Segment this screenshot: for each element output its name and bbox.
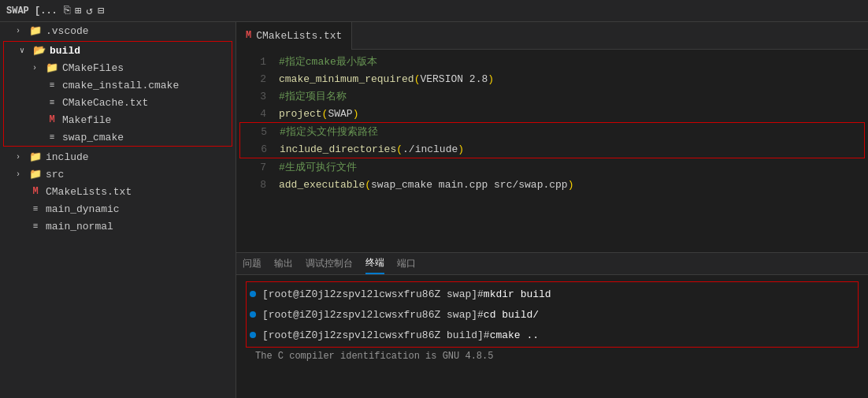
chevron-icon: › (16, 27, 28, 35)
sidebar-item-label: .vscode (46, 25, 89, 37)
sidebar-item-cmakefiles[interactable]: › 📁 CMakeFiles (4, 59, 232, 76)
code-token: ( (396, 143, 402, 155)
file-lines-icon: ≡ (28, 204, 43, 214)
sidebar-item-build[interactable]: ∨ 📂 build (4, 42, 232, 59)
sidebar-item-swap-cmake[interactable]: ≡ swap_cmake (4, 128, 232, 146)
tab-label: CMakeLists.txt (256, 30, 342, 42)
code-line-5: 5 #指定头文件搜索路径 (240, 123, 864, 140)
terminal-content: [root@iZ0jl2zspvl2lcwsxfru86Z swap]# mkd… (236, 275, 868, 398)
file-lines-icon: ≡ (45, 80, 59, 90)
sidebar-item-label: swap_cmake (62, 132, 124, 143)
editor-highlight-box: 5 #指定头文件搜索路径 6 include_directories(./inc… (239, 122, 865, 158)
sidebar-item-label: CMakeCache.txt (62, 97, 148, 109)
folder-open-icon: 📂 (32, 44, 46, 57)
code-content: project(SWAP) (279, 108, 862, 120)
code-token: VERSION 2.8 (420, 73, 488, 85)
line-number: 6 (243, 143, 267, 155)
terminal-prompt: [root@iZ0jl2zspvl2lcwsxfru86Z swap]# (262, 309, 484, 321)
code-token: ) (458, 143, 464, 155)
tab-problems[interactable]: 问题 (243, 254, 262, 273)
code-content: cmake_minimum_required(VERSION 2.8) (279, 73, 862, 85)
code-token: ) (353, 108, 359, 120)
terminal-command: mkdir build (484, 288, 551, 300)
new-file-icon[interactable]: ⎘ (64, 4, 70, 17)
code-editor[interactable]: 1 #指定cmake最小版本 2 cmake_minimum_required(… (236, 50, 868, 252)
build-section-box: ∨ 📂 build › 📁 CMakeFiles ≡ cmake_install… (3, 41, 232, 147)
sidebar-item-label: build (50, 45, 80, 57)
code-content: #生成可执行文件 (279, 160, 862, 174)
sidebar-item-cmakecache[interactable]: ≡ CMakeCache.txt (4, 94, 232, 111)
terminal-prompt: [root@iZ0jl2zspvl2lcwsxfru86Z build]# (262, 329, 490, 341)
code-content: add_executable(swap_cmake main.cpp src/s… (279, 179, 862, 191)
terminal-line-1: [root@iZ0jl2zspvl2lcwsxfru86Z swap]# mkd… (250, 284, 855, 304)
collapse-icon[interactable]: ⊟ (98, 4, 104, 17)
cmakelists-icon: M (28, 186, 43, 197)
sidebar-item-vscode[interactable]: › 📁 .vscode (0, 22, 236, 39)
editor-tab-cmakelists[interactable]: M CMakeLists.txt (236, 22, 352, 50)
code-content: #指定项目名称 (279, 89, 862, 103)
line-number: 5 (243, 126, 267, 138)
code-line-4: 4 project(SWAP) (236, 105, 868, 122)
terminal-line-3: [root@iZ0jl2zspvl2lcwsxfru86Z build]# cm… (250, 325, 855, 345)
line-number: 4 (243, 108, 266, 120)
chevron-icon: › (16, 153, 28, 162)
code-content: #指定cmake最小版本 (279, 54, 862, 69)
code-token: ./include (402, 143, 458, 155)
title-bar-icons: ⎘ ⊞ ↺ ⊟ (64, 4, 104, 17)
project-title: SWAP [... (6, 6, 57, 17)
terminal-highlight-box: [root@iZ0jl2zspvl2lcwsxfru86Z swap]# mkd… (246, 281, 859, 348)
terminal-command: cmake .. (490, 329, 539, 341)
terminal-panel: 问题 输出 调试控制台 终端 端口 [root@iZ0jl2zspvl2lcws… (236, 252, 868, 398)
code-token: swap_cmake main.cpp src/swap.cpp (371, 179, 568, 191)
line-number: 7 (243, 162, 266, 173)
file-lines-icon: ≡ (45, 98, 59, 107)
code-line-3: 3 #指定项目名称 (236, 87, 868, 105)
tab-terminal[interactable]: 终端 (365, 253, 384, 274)
code-line-6: 6 include_directories(./include) (240, 140, 864, 158)
code-token: project (279, 108, 322, 120)
terminal-dot-icon (250, 311, 256, 318)
tab-bar: M CMakeLists.txt (236, 22, 868, 50)
chevron-icon: › (32, 64, 45, 73)
sidebar-item-main-dynamic[interactable]: ≡ main_dynamic (0, 200, 236, 218)
sidebar-item-main-normal[interactable]: ≡ main_normal (0, 218, 236, 235)
sidebar-item-label: include (46, 151, 89, 163)
terminal-command: cd build/ (484, 309, 539, 321)
code-line-2: 2 cmake_minimum_required(VERSION 2.8) (236, 70, 868, 87)
sidebar-item-src[interactable]: › 📁 src (0, 166, 236, 183)
sidebar-item-label: CMakeLists.txt (46, 186, 132, 198)
code-line-1: 1 #指定cmake最小版本 (236, 53, 868, 70)
file-lines-icon: ≡ (28, 221, 43, 231)
sidebar-item-cmake-install[interactable]: ≡ cmake_install.cmake (4, 76, 232, 94)
sidebar-item-label: CMakeFiles (62, 62, 124, 74)
line-number: 3 (243, 91, 266, 102)
code-token: include_directories (280, 143, 396, 155)
tab-debug-console[interactable]: 调试控制台 (306, 254, 353, 273)
new-folder-icon[interactable]: ⊞ (75, 4, 81, 17)
sidebar-item-label: Makefile (62, 114, 111, 126)
line-number: 2 (243, 73, 266, 85)
code-token: ( (365, 179, 371, 191)
folder-icon: 📁 (28, 168, 43, 180)
code-line-8: 8 add_executable(swap_cmake main.cpp src… (236, 176, 868, 193)
sidebar-item-label: cmake_install.cmake (62, 80, 179, 91)
terminal-output-more: The C compiler identification is GNU 4.8… (246, 349, 859, 363)
code-content: include_directories(./include) (280, 143, 861, 155)
makefile-icon: M (45, 114, 59, 125)
title-bar: SWAP [... ⎘ ⊞ ↺ ⊟ (0, 0, 868, 22)
tab-output[interactable]: 输出 (274, 254, 293, 273)
tab-ports[interactable]: 端口 (397, 254, 416, 273)
chevron-icon: › (16, 170, 28, 179)
folder-icon: 📁 (28, 24, 43, 37)
code-token: add_executable (279, 179, 365, 191)
sidebar-item-include[interactable]: › 📁 include (0, 148, 236, 166)
code-content: #指定头文件搜索路径 (280, 125, 861, 139)
code-line-7: 7 #生成可执行文件 (236, 158, 868, 176)
folder-icon: 📁 (28, 151, 43, 163)
terminal-prompt: [root@iZ0jl2zspvl2lcwsxfru86Z swap]# (262, 288, 484, 300)
refresh-icon[interactable]: ↺ (86, 4, 92, 17)
sidebar-item-cmakelists[interactable]: M CMakeLists.txt (0, 183, 236, 200)
sidebar-item-makefile[interactable]: M Makefile (4, 111, 232, 128)
file-lines-icon: ≡ (45, 132, 59, 142)
code-token: ) (488, 73, 494, 85)
